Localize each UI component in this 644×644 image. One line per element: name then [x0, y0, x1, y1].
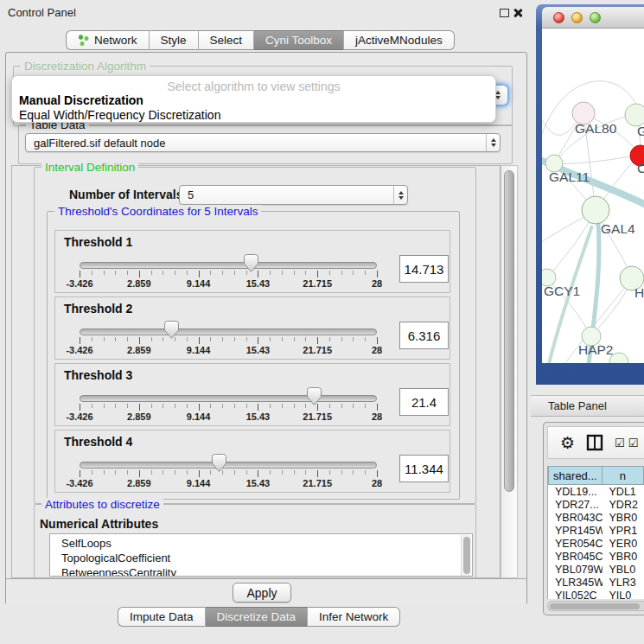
- scrollbar-thumb[interactable]: [504, 170, 514, 492]
- attribute-list-item[interactable]: TopologicalCoefficient: [50, 551, 472, 565]
- close-traffic-light-icon[interactable]: [553, 12, 564, 23]
- number-of-intervals-label: Number of Intervals: [69, 188, 182, 201]
- slider-track[interactable]: [80, 262, 377, 269]
- close-icon[interactable]: [513, 8, 523, 18]
- float-window-icon[interactable]: [500, 9, 509, 17]
- scrollbar-thumb[interactable]: [463, 537, 470, 574]
- table-row[interactable]: YPR145WYPR1: [548, 524, 644, 537]
- minimize-traffic-light-icon[interactable]: [571, 12, 583, 23]
- attributes-items: SelfLoopsTopologicalCoefficientBetweenne…: [50, 536, 472, 577]
- checkbox-checked-icon[interactable]: ☑: [615, 437, 625, 449]
- table-row[interactable]: YER054CYER0: [548, 537, 644, 550]
- table-cell: YER054C: [548, 537, 603, 550]
- slider-major-ticks: [80, 337, 379, 344]
- table-hscrollbar[interactable]: [547, 601, 644, 611]
- network-window-titlebar[interactable]: [542, 7, 644, 29]
- scale-label: 28: [372, 345, 382, 355]
- slider-track[interactable]: [80, 328, 377, 335]
- scale-label: 9.144: [187, 478, 211, 488]
- table-row[interactable]: YBR045CYBR0: [548, 550, 644, 563]
- table-panel: ⚙ ☑ ☑ shared...n YDL19...YDL1YDR27...YDR…: [543, 422, 644, 615]
- threshold-value-box[interactable]: 21.4: [399, 388, 449, 416]
- settings-gear-icon[interactable]: ⚙: [560, 435, 575, 451]
- scale-label: 28: [372, 278, 382, 289]
- attributes-scrollbar[interactable]: [461, 535, 471, 576]
- table-panel-titlebar: Table Panel: [531, 395, 644, 417]
- scale-label: 21.715: [303, 411, 332, 422]
- network-edge: [554, 156, 639, 163]
- attributes-list[interactable]: SelfLoopsTopologicalCoefficientBetweenne…: [49, 533, 473, 577]
- table-row[interactable]: YIL052CYIL0: [548, 589, 644, 599]
- numerical-attributes-label: Numerical Attributes: [40, 517, 158, 531]
- zoom-traffic-light-icon[interactable]: [590, 12, 601, 23]
- apply-button[interactable]: Apply: [233, 583, 291, 603]
- node-label: HAP2: [578, 342, 614, 357]
- attribute-list-item[interactable]: BetweennessCentrality: [50, 565, 472, 577]
- slider-thumb-icon[interactable]: [307, 387, 322, 405]
- tab-select[interactable]: Select: [199, 30, 255, 50]
- slider-thumb-icon[interactable]: [212, 454, 226, 472]
- tab-network[interactable]: Network: [66, 30, 150, 50]
- combo-stepper[interactable]: [486, 134, 500, 151]
- tab-infer-network[interactable]: Infer Network: [308, 607, 400, 627]
- threshold-label: Threshold 1: [64, 235, 132, 249]
- threshold-value-box[interactable]: 11.344: [399, 455, 449, 482]
- table-cell: YDR27...: [548, 498, 603, 511]
- tab-impute-data[interactable]: Impute Data: [118, 607, 206, 627]
- network-node-gal4[interactable]: [582, 196, 609, 224]
- tab-label: Select: [210, 34, 243, 47]
- stepper-down-icon: [491, 143, 496, 147]
- checkbox-checked-icon[interactable]: ☑: [628, 437, 639, 449]
- threshold-panel: Threshold 2 -3.4262.8599.14415.4321.7152…: [54, 296, 450, 360]
- algorithm-option[interactable]: Manual Discretization: [19, 93, 143, 107]
- column-header[interactable]: n: [603, 466, 644, 485]
- table-cell: YLR3: [603, 576, 644, 589]
- table-row[interactable]: YDL19...YDL1: [548, 485, 644, 498]
- table-panel-title: Table Panel: [548, 399, 607, 412]
- threshold-panel: Threshold 1 -3.4262.8599.14415.4321.7152…: [54, 230, 450, 293]
- slider-major-ticks: [80, 470, 379, 477]
- column-header[interactable]: shared...: [548, 466, 603, 485]
- scrollbar-thumb[interactable]: [550, 603, 640, 609]
- scale-label: -3.426: [66, 411, 92, 422]
- combo-value: galFiltered.sif default node: [26, 137, 486, 150]
- attribute-list-item[interactable]: SelfLoops: [50, 536, 472, 551]
- tab-jactivemnodules[interactable]: jActiveMNodules: [344, 30, 455, 50]
- slider-track[interactable]: [80, 395, 377, 402]
- stepper-up-icon: [491, 138, 496, 142]
- network-canvas[interactable]: GAL80G.CGAL11GAL4GCY1HHAP2: [542, 29, 644, 363]
- node-table[interactable]: shared...n YDL19...YDL1YDR27...YDR2YBR04…: [547, 466, 644, 599]
- slider-major-ticks: [80, 404, 379, 411]
- scale-label: 9.144: [187, 411, 211, 422]
- slider-track[interactable]: [80, 462, 377, 469]
- threshold-value-box[interactable]: 6.316: [399, 322, 449, 349]
- threshold-value-box[interactable]: 14.713: [399, 255, 449, 283]
- slider-thumb-icon[interactable]: [164, 321, 179, 339]
- bottom-tab-bar: Impute DataDiscretize DataInfer Network: [118, 607, 400, 627]
- tab-cyni-toolbox[interactable]: Cyni Toolbox: [254, 30, 344, 50]
- table-row[interactable]: YDR27...YDR2: [548, 498, 644, 511]
- scale-label: 2.859: [127, 478, 151, 488]
- algorithm-option[interactable]: Equal Width/Frequency Discretization: [19, 108, 220, 122]
- table-data-combo[interactable]: galFiltered.sif default node: [25, 133, 501, 152]
- tab-label: Network: [94, 34, 137, 47]
- panel-scrollbar[interactable]: [501, 165, 518, 578]
- threshold-label: Threshold 3: [64, 368, 132, 382]
- combo-value: 5: [180, 188, 393, 201]
- scale-label: 15.43: [246, 478, 271, 488]
- slider-thumb-icon[interactable]: [244, 254, 258, 272]
- number-of-intervals-combo[interactable]: 5: [179, 185, 408, 205]
- tab-style[interactable]: Style: [150, 30, 199, 50]
- table-row[interactable]: YLR345WYLR3: [548, 576, 644, 589]
- column-layout-icon[interactable]: [586, 434, 603, 451]
- node-label: G.: [637, 124, 644, 138]
- scale-label: 28: [372, 411, 382, 422]
- slider-scale: -3.4262.8599.14415.4321.71528: [80, 411, 377, 423]
- table-toolbar: ⚙ ☑ ☑: [547, 426, 644, 459]
- node-label: GAL4: [601, 221, 635, 236]
- tab-discretize-data[interactable]: Discretize Data: [206, 607, 309, 627]
- table-cell: YLR345W: [548, 576, 603, 589]
- table-row[interactable]: YBL079WYBL0: [548, 563, 644, 576]
- table-row[interactable]: YBR043CYBR0: [548, 511, 644, 524]
- combo-stepper[interactable]: [393, 186, 407, 204]
